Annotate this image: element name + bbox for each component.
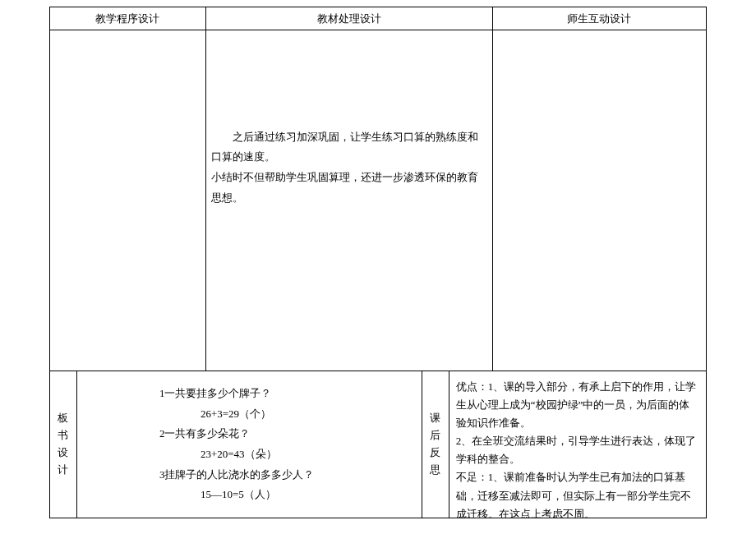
footer-row: 板书设计 1一共要挂多少个牌子？ 26+3=29（个） 2一共有多少朵花？ 23… [50, 371, 706, 518]
bd-e3: 15—10=5（人） [201, 485, 413, 505]
bd-e2: 23+20=43（朵） [201, 444, 413, 465]
body-col-procedure [50, 30, 206, 371]
lesson-plan-table: 教学程序设计 教材处理设计 师生互动设计 之后通过练习加深巩固，让学生练习口算的… [49, 7, 707, 518]
bd-q1: 1一共要挂多少个牌子？ [159, 384, 413, 404]
ref-p1: 优点：1、课的导入部分，有承上启下的作用，让学生从心理上成为“校园护绿”中的一员… [456, 378, 699, 432]
reflection-content: 优点：1、课的导入部分，有承上启下的作用，让学生从心理上成为“校园护绿”中的一员… [449, 371, 706, 518]
body-row: 之后通过练习加深巩固，让学生练习口算的熟练度和口算的速度。 小结时不但帮助学生巩… [50, 30, 706, 371]
material-p2: 小结时不但帮助学生巩固算理，还进一步渗透环保的教育思想。 [211, 168, 487, 208]
header-col-procedure: 教学程序设计 [50, 7, 206, 30]
bd-q3: 3挂牌子的人比浇水的多多少人？ [159, 465, 413, 486]
material-content: 之后通过练习加深巩固，让学生练习口算的熟练度和口算的速度。 小结时不但帮助学生巩… [211, 1, 487, 334]
header-col-interaction: 师生互动设计 [493, 7, 706, 30]
material-p1: 之后通过练习加深巩固，让学生练习口算的熟练度和口算的速度。 [211, 127, 487, 168]
body-col-interaction [493, 30, 706, 371]
bd-q2: 2一共有多少朵花？ [159, 424, 413, 444]
board-design-content: 1一共要挂多少个牌子？ 26+3=29（个） 2一共有多少朵花？ 23+20=4… [77, 371, 422, 518]
body-col-material: 之后通过练习加深巩固，让学生练习口算的熟练度和口算的速度。 小结时不但帮助学生巩… [206, 30, 493, 371]
ref-p2: 2、在全班交流结果时，引导学生进行表达，体现了学科的整合。 [456, 432, 699, 468]
ref-p3: 不足：1、课前准备时认为学生已有加法的口算基础，迁移至减法即可，但实际上有一部分… [456, 468, 699, 518]
bd-e1: 26+3=29（个） [201, 404, 413, 425]
label-reflection: 课后反思 [422, 371, 449, 518]
label-board-design: 板书设计 [50, 371, 77, 518]
